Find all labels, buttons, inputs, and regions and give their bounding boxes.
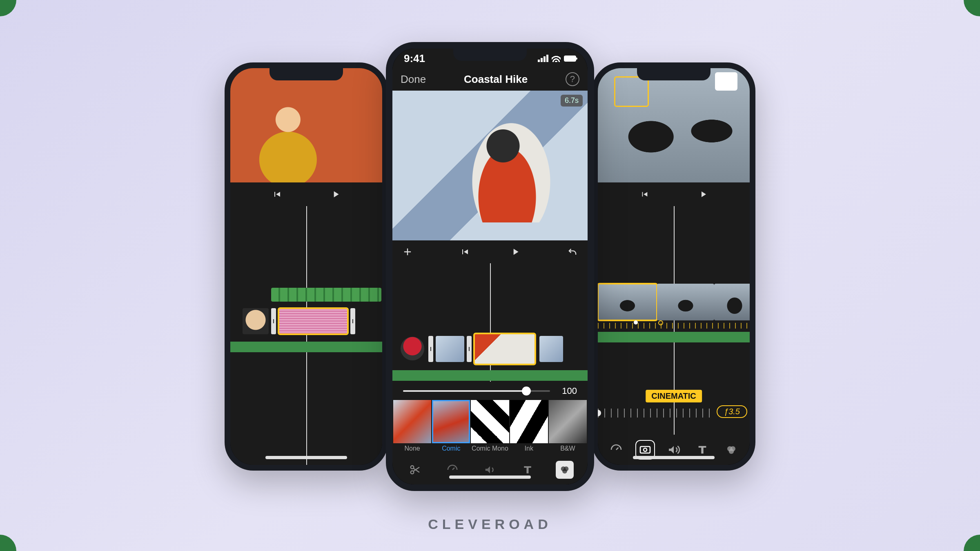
clip-selected[interactable]	[474, 333, 535, 364]
bottom-toolbar	[392, 455, 588, 484]
trim-handle[interactable]: I	[467, 336, 472, 362]
video-preview[interactable]: 6.7s	[392, 91, 588, 241]
filter-thumb	[393, 400, 431, 443]
keyframe-dot[interactable]	[634, 320, 638, 324]
filter-none[interactable]: None	[393, 400, 431, 455]
split-tool[interactable]	[406, 461, 424, 479]
transport-bar	[598, 182, 750, 206]
transport-bar	[392, 240, 588, 263]
help-button[interactable]: ?	[566, 72, 579, 86]
filter-comic-mono[interactable]: Comic Mono	[471, 400, 509, 455]
add-media-button[interactable]	[401, 245, 414, 259]
filter-thumb	[510, 400, 548, 443]
clip-a[interactable]	[436, 336, 464, 362]
home-indicator	[265, 456, 347, 459]
brand-watermark: CLEVEROAD	[428, 516, 552, 532]
f-stop-badge: ƒ3.5	[717, 405, 747, 418]
skip-start-button[interactable]	[270, 187, 284, 201]
filter-ink[interactable]: Ink	[510, 400, 548, 455]
clip-overlay[interactable]	[271, 288, 381, 302]
status-icons	[538, 55, 576, 62]
skip-start-button[interactable]	[637, 187, 651, 201]
intensity-value: 100	[557, 386, 577, 396]
video-preview[interactable]	[598, 68, 750, 182]
duration-badge: 6.7s	[561, 95, 583, 107]
aperture-knob[interactable]	[595, 410, 601, 416]
done-button[interactable]: Done	[401, 73, 426, 86]
phone-right: CINEMATIC ƒ3.5	[592, 62, 755, 471]
play-button[interactable]	[508, 245, 522, 259]
transport-bar	[230, 182, 382, 206]
filter-intensity-row: 100	[392, 382, 588, 400]
speed-tool[interactable]	[607, 441, 625, 459]
wifi-icon	[552, 55, 561, 62]
intensity-slider[interactable]	[403, 390, 550, 392]
filter-thumb	[471, 400, 509, 443]
clip-1[interactable]	[598, 284, 657, 320]
play-button[interactable]	[696, 187, 710, 201]
focus-track[interactable]	[598, 323, 750, 329]
play-button[interactable]	[329, 187, 343, 201]
clip-b[interactable]	[539, 336, 563, 362]
phone-left: I I	[225, 62, 388, 471]
signal-icon	[538, 55, 548, 62]
notch	[637, 68, 710, 80]
clip-selected[interactable]	[278, 308, 348, 334]
notch	[270, 68, 343, 80]
filter-bw[interactable]: B&W	[549, 400, 587, 455]
filter-thumb	[432, 400, 470, 443]
filter-label: Ink	[525, 445, 533, 452]
status-time: 9:41	[404, 52, 425, 65]
aperture-ruler[interactable]	[598, 409, 713, 418]
project-title: Coastal Hike	[464, 73, 528, 86]
home-indicator	[633, 456, 715, 459]
clip-audio-blob[interactable]	[401, 337, 424, 360]
trim-handle-left[interactable]: I	[271, 308, 276, 334]
title-bar: Done Coastal Hike ?	[392, 68, 588, 90]
battery-icon	[564, 56, 576, 62]
svg-rect-0	[640, 447, 650, 453]
trim-handle-right[interactable]: I	[350, 308, 355, 334]
cinematic-badge: CINEMATIC	[646, 390, 702, 402]
svg-point-1	[644, 448, 647, 451]
clip-2[interactable]	[657, 284, 714, 320]
focus-box-primary[interactable]	[614, 76, 649, 107]
bottom-toolbar	[598, 435, 750, 465]
audio-track[interactable]	[598, 332, 750, 342]
undo-button[interactable]	[566, 245, 579, 259]
playhead[interactable]	[306, 206, 307, 465]
filter-thumb	[549, 400, 587, 443]
filter-label: None	[404, 445, 420, 452]
timeline[interactable]: I I	[230, 206, 382, 465]
timeline[interactable]: CINEMATIC ƒ3.5	[598, 206, 750, 435]
svg-point-9	[562, 469, 567, 474]
filter-label: B&W	[560, 445, 575, 452]
filter-strip: None Comic Comic Mono Ink B&W	[392, 400, 588, 455]
clip-face[interactable]	[243, 308, 269, 334]
timeline[interactable]: I I	[392, 263, 588, 382]
filter-comic[interactable]: Comic	[432, 400, 470, 455]
audio-track[interactable]	[230, 342, 382, 352]
filters-tool[interactable]	[722, 441, 740, 459]
trim-handle[interactable]: I	[428, 336, 433, 362]
notch	[453, 49, 527, 61]
audio-track[interactable]	[392, 370, 588, 381]
keyframe-ring[interactable]	[658, 320, 663, 325]
filters-tool[interactable]	[556, 461, 574, 479]
skip-start-button[interactable]	[458, 245, 472, 259]
video-preview[interactable]	[230, 68, 382, 182]
filter-label: Comic	[442, 445, 460, 452]
phone-center: 9:41 Done Coastal Hike ? 6.7s	[386, 42, 594, 491]
clip-3[interactable]	[714, 284, 755, 320]
focus-box-secondary[interactable]	[715, 72, 737, 91]
home-indicator	[449, 475, 531, 479]
slider-knob[interactable]	[522, 387, 531, 395]
svg-point-4	[729, 449, 734, 454]
filter-label: Comic Mono	[472, 445, 508, 452]
